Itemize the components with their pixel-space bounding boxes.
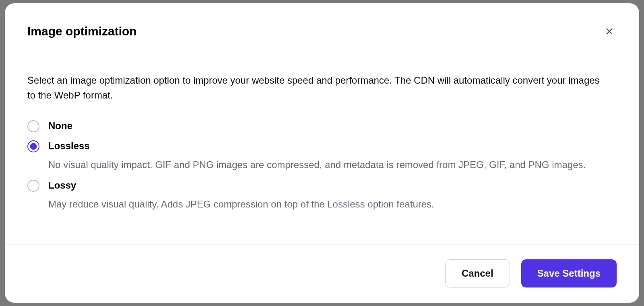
image-optimization-modal: Image optimization Select an image optim… [5, 3, 639, 303]
radio-content-lossless: Lossless No visual quality impact. GIF a… [48, 140, 617, 172]
modal-title: Image optimization [27, 25, 137, 38]
radio-input-lossy[interactable] [27, 180, 39, 192]
radio-description-lossless: No visual quality impact. GIF and PNG im… [48, 158, 617, 172]
radio-content-none: None [48, 119, 617, 132]
modal-header: Image optimization [5, 3, 639, 55]
radio-description-lossy: May reduce visual quality. Adds JPEG com… [48, 197, 617, 212]
radio-option-none: None [27, 119, 617, 132]
close-button[interactable] [602, 24, 617, 39]
save-settings-button[interactable]: Save Settings [521, 259, 617, 288]
close-icon [605, 27, 614, 36]
modal-footer: Cancel Save Settings [5, 244, 639, 303]
radio-input-lossless[interactable] [27, 140, 39, 152]
radio-label-lossless[interactable]: Lossless [48, 140, 617, 152]
radio-label-lossy[interactable]: Lossy [48, 179, 617, 191]
modal-body: Select an image optimization option to i… [5, 55, 639, 244]
radio-input-none[interactable] [27, 120, 39, 132]
radio-group: None Lossless No visual quality impact. … [27, 119, 617, 211]
modal-description: Select an image optimization option to i… [27, 73, 607, 103]
radio-label-none[interactable]: None [48, 119, 617, 132]
cancel-button[interactable]: Cancel [445, 259, 510, 288]
radio-option-lossy: Lossy May reduce visual quality. Adds JP… [27, 179, 617, 211]
radio-option-lossless: Lossless No visual quality impact. GIF a… [27, 140, 617, 172]
radio-content-lossy: Lossy May reduce visual quality. Adds JP… [48, 179, 617, 211]
